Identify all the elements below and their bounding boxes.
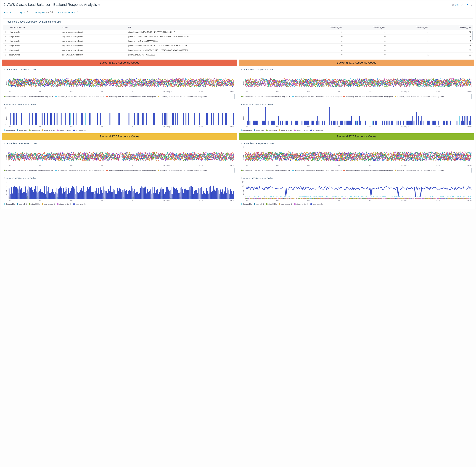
- legend-item[interactable]: AvailabilityZone=us-east-1a loadbalancer…: [343, 96, 393, 97]
- filter-toggle-icon[interactable]: ▼: [466, 4, 468, 6]
- svg-rect-439: [153, 187, 153, 199]
- legend-item[interactable]: AvailabilityZone=us-east-1a loadbalancer…: [158, 96, 207, 97]
- svg-rect-41: [162, 113, 163, 125]
- chart-plot-area[interactable]: [245, 146, 471, 164]
- legend-item[interactable]: stag-bill-lb: [29, 129, 40, 131]
- filter-value[interactable]: *: [26, 11, 30, 14]
- legend-item[interactable]: stag-bill-lb: [266, 203, 277, 205]
- filter-region[interactable]: region *: [20, 11, 30, 14]
- col-index[interactable]: [3, 25, 8, 30]
- col-backend-3xx[interactable]: Backend_3XX: [387, 25, 430, 30]
- legend-item[interactable]: stag-www-lb: [310, 203, 322, 205]
- svg-rect-74: [265, 107, 266, 125]
- legend-item[interactable]: stag-monitor-lb: [57, 203, 71, 205]
- legend-scrollbar-thumb[interactable]: [471, 94, 472, 99]
- kebab-menu-icon[interactable]: ⋮: [471, 4, 472, 6]
- legend-scrollbar-thumb[interactable]: [234, 168, 235, 172]
- legend-item[interactable]: stag-www-lb: [310, 129, 322, 131]
- svg-rect-562: [222, 189, 223, 199]
- svg-rect-494: [183, 193, 184, 199]
- svg-rect-134: [389, 121, 390, 125]
- table-row[interactable]: 6stag-www-lbstag-www.sumologic.netjson/v…: [3, 53, 473, 57]
- filter-account[interactable]: account *: [4, 11, 15, 14]
- filter-value[interactable]: *: [12, 11, 15, 14]
- legend-item[interactable]: AvailabilityZone=us-east-1a loadbalancer…: [4, 96, 53, 97]
- legend-item[interactable]: stag-www-lb: [73, 129, 85, 131]
- chart-plot-area[interactable]: [8, 107, 234, 125]
- refresh-button[interactable]: ⟳ ˅: [461, 4, 464, 6]
- legend-item[interactable]: long-api-lb: [4, 129, 15, 131]
- legend-item[interactable]: long-bill-lb: [17, 129, 27, 131]
- svg-rect-570: [228, 191, 228, 199]
- legend-item[interactable]: stag-bill-lb: [29, 203, 40, 205]
- filter-loadbalancername[interactable]: loadbalancername *: [58, 11, 79, 14]
- legend-item[interactable]: AvailabilityZone=us-east-1a loadbalancer…: [55, 96, 105, 97]
- svg-rect-184: [11, 187, 12, 199]
- legend-item[interactable]: stag-bill-lb: [266, 129, 277, 131]
- legend-label: stag-www-lb: [313, 129, 322, 131]
- legend-item[interactable]: AvailabilityZone=us-east-1a loadbalancer…: [395, 169, 444, 171]
- chart-plot-area[interactable]: [245, 181, 471, 199]
- legend-item[interactable]: long-bill-lb: [254, 129, 264, 131]
- svg-rect-445: [156, 190, 157, 199]
- chart-plot-area[interactable]: [8, 181, 234, 199]
- svg-rect-38: [146, 113, 147, 125]
- chart-plot-area[interactable]: [245, 107, 471, 125]
- chart-plot-area[interactable]: [245, 72, 471, 90]
- legend-item[interactable]: stag-events-lb: [41, 203, 55, 205]
- legend-dot-icon: [73, 130, 75, 131]
- table-row[interactable]: 3stag-www-lbstag-www.sumologic.netjson/v…: [3, 39, 473, 44]
- col-backend-2xx[interactable]: Backend_2XX: [430, 25, 473, 30]
- svg-rect-248: [47, 192, 47, 199]
- legend-item[interactable]: AvailabilityZone=us-east-1a loadbalancer…: [292, 169, 342, 171]
- legend-item[interactable]: AvailabilityZone=us-east-1a loadbalancer…: [343, 169, 393, 171]
- chart-plot-area[interactable]: [8, 72, 234, 90]
- legend-item[interactable]: AvailabilityZone=us-east-1a loadbalancer…: [106, 96, 156, 97]
- svg-rect-268: [57, 188, 57, 199]
- legend-item[interactable]: long-api-lb: [241, 203, 252, 205]
- svg-rect-156: [429, 121, 430, 125]
- legend-item[interactable]: stag-events-lb: [279, 203, 292, 205]
- legend-item[interactable]: AvailabilityZone=us-east-1a loadbalancer…: [55, 169, 105, 171]
- col-uri[interactable]: URI: [127, 25, 301, 30]
- banner-3xx: Backend 3XX Response Codes: [2, 133, 237, 140]
- col-domain[interactable]: domain: [60, 25, 127, 30]
- legend-item[interactable]: stag-events-lb: [279, 129, 292, 131]
- col-loadbalancername[interactable]: loadbalancername: [8, 25, 60, 30]
- legend-item[interactable]: long-api-lb: [4, 203, 15, 205]
- open-external-icon[interactable]: ⧉: [98, 3, 100, 6]
- svg-rect-57: [212, 113, 213, 125]
- legend-item[interactable]: stag-www-lb: [73, 203, 85, 205]
- table-row[interactable]: 2stag-www-lbstag-www.sumologic.netjson/v…: [3, 35, 473, 39]
- chart-plot-area[interactable]: [8, 146, 234, 164]
- legend-label: long-api-lb: [243, 129, 252, 131]
- legend-item[interactable]: long-api-lb: [241, 129, 252, 131]
- col-backend-4xx[interactable]: Backend_4XX: [344, 25, 387, 30]
- legend-item[interactable]: AvailabilityZone=us-east-1a loadbalancer…: [241, 169, 290, 171]
- filter-value[interactable]: *: [76, 11, 79, 14]
- table-row[interactable]: 4stag-www-lbstag-www.sumologic.netjson/v…: [3, 44, 473, 48]
- legend-item[interactable]: long-bill-lb: [17, 203, 27, 205]
- filter-value[interactable]: aws/elb: [46, 11, 54, 14]
- legend-item[interactable]: AvailabilityZone=us-east-1a loadbalancer…: [4, 169, 53, 171]
- legend-item[interactable]: AvailabilityZone=us-east-1a loadbalancer…: [106, 169, 156, 171]
- legend-item[interactable]: stag-events-lb: [41, 129, 55, 131]
- legend-item[interactable]: AvailabilityZone=us-east-1a loadbalancer…: [395, 96, 444, 97]
- legend-item[interactable]: AvailabilityZone=us-east-1a loadbalancer…: [158, 169, 207, 171]
- table-row[interactable]: 5stag-www-lbstag-www.sumologic.netjson/v…: [3, 48, 473, 53]
- legend-item[interactable]: long-bill-lb: [254, 203, 264, 205]
- filter-namespace[interactable]: namespace aws/elb: [34, 11, 54, 14]
- table-scrollbar-thumb[interactable]: [472, 31, 473, 40]
- legend-dot-icon: [158, 96, 159, 97]
- legend-item[interactable]: stag-monitor-lb: [57, 129, 71, 131]
- svg-rect-114: [346, 121, 347, 125]
- col-backend-5xx[interactable]: Backend_5XX: [301, 25, 344, 30]
- legend-scrollbar-thumb[interactable]: [471, 168, 472, 172]
- legend-item[interactable]: AvailabilityZone=us-east-1a loadbalancer…: [241, 96, 290, 97]
- legend-item[interactable]: stag-monitor-lb: [294, 129, 309, 131]
- legend-scrollbar-thumb[interactable]: [234, 94, 235, 99]
- table-row[interactable]: 1stag-www-lbstag-www.sumologic.netui/das…: [3, 30, 473, 35]
- legend-item[interactable]: AvailabilityZone=us-east-1a loadbalancer…: [292, 96, 342, 97]
- legend-item[interactable]: stag-monitor-lb: [294, 203, 309, 205]
- time-range-picker[interactable]: ◷ -24h: [452, 4, 458, 6]
